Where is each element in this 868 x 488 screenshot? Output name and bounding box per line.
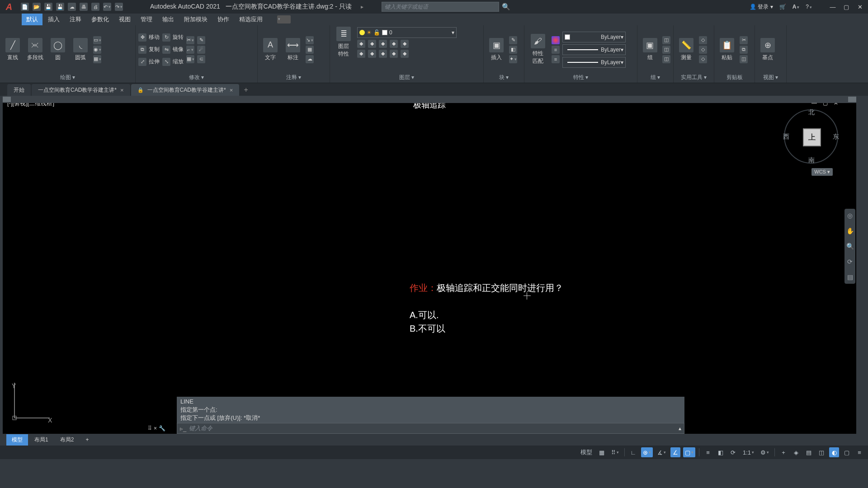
- status-transp-icon[interactable]: ◧: [716, 447, 726, 457]
- trim-icon[interactable]: ✂: [186, 36, 194, 44]
- cmd-close-icon[interactable]: ×: [154, 425, 157, 432]
- status-clean-icon[interactable]: ▢: [842, 447, 852, 457]
- color-dropdown[interactable]: ByLayer ▾: [562, 32, 626, 42]
- undo-icon[interactable]: ↶: [103, 3, 111, 11]
- hatch-icon[interactable]: ▦: [93, 55, 101, 63]
- cut-icon[interactable]: ✂: [740, 36, 748, 44]
- status-model[interactable]: 模型: [579, 447, 594, 457]
- minimize-button[interactable]: —: [827, 3, 838, 11]
- nav-showmotion-icon[interactable]: ▤: [846, 273, 854, 281]
- linetype-dropdown[interactable]: ByLayer ▾: [562, 57, 626, 68]
- layer-prop-button[interactable]: ≣图层 特性: [333, 27, 354, 58]
- ungroup-icon[interactable]: ◫: [662, 36, 670, 44]
- cloud-icon[interactable]: ☁: [306, 55, 314, 63]
- status-qp-icon[interactable]: ▤: [804, 447, 814, 457]
- cmd-handle[interactable]: ⠿×🔧: [148, 423, 165, 434]
- group-edit-icon[interactable]: ◫: [662, 46, 670, 54]
- cmd-expand-icon[interactable]: ▴: [676, 425, 684, 432]
- util-3-icon[interactable]: ◇: [699, 55, 707, 63]
- menu-annotate[interactable]: 注释: [65, 14, 86, 25]
- dim-button[interactable]: ⟷标注: [283, 38, 303, 61]
- base-button[interactable]: ⊕基点: [758, 38, 778, 61]
- menu-collab[interactable]: 协作: [213, 14, 234, 25]
- saveas-icon[interactable]: 💾: [56, 3, 64, 11]
- copy-clip-icon[interactable]: ⧉: [740, 46, 748, 54]
- block-create-icon[interactable]: ✦: [509, 55, 517, 63]
- block-attr-icon[interactable]: ◧: [509, 46, 517, 54]
- status-hw-icon[interactable]: ◐: [829, 447, 839, 457]
- nav-zoom-icon[interactable]: 🔍: [846, 242, 854, 250]
- paste-button[interactable]: 📋粘贴: [717, 38, 737, 61]
- insert-button[interactable]: ▣插入: [486, 38, 506, 61]
- web-save-icon[interactable]: ☁: [68, 3, 76, 11]
- rectangle-icon[interactable]: ▭: [93, 36, 101, 44]
- erase-icon[interactable]: ✎: [197, 36, 205, 44]
- fillet-icon[interactable]: ⌐: [186, 46, 194, 54]
- save-icon[interactable]: 💾: [44, 3, 52, 11]
- panel-prop-title[interactable]: 特性 ▾: [527, 72, 634, 83]
- leader-icon[interactable]: ↘: [306, 36, 314, 44]
- stretch-button[interactable]: ⤢拉伸: [138, 56, 160, 67]
- tab-doc2[interactable]: 🔒一点空间教育CAD教学谷建主讲*×: [131, 84, 240, 96]
- panel-block-title[interactable]: 块 ▾: [486, 72, 521, 83]
- menu-default[interactable]: 默认: [22, 14, 42, 25]
- title-expand-icon[interactable]: ▸: [361, 4, 363, 10]
- print-icon[interactable]: 🖨: [91, 3, 99, 11]
- mirror-button[interactable]: ⇋镜像: [162, 44, 184, 55]
- layer-tool-6[interactable]: ◆: [357, 50, 365, 58]
- scroll-right[interactable]: [848, 97, 856, 102]
- tab-close-2[interactable]: ×: [230, 87, 233, 94]
- command-input-row[interactable]: ▹_ 键入命令 ▴: [177, 423, 684, 434]
- lw-icon[interactable]: ≡: [552, 46, 560, 54]
- layer-tool-9[interactable]: ◆: [390, 50, 398, 58]
- open-icon[interactable]: 📂: [33, 3, 41, 11]
- table-icon[interactable]: ▦: [306, 46, 314, 54]
- layout-add[interactable]: +: [80, 435, 94, 445]
- wcs-tag[interactable]: WCS ▾: [811, 168, 833, 176]
- util-2-icon[interactable]: ◇: [699, 46, 707, 54]
- measure-button[interactable]: 📏测量: [676, 38, 696, 61]
- panel-annotate-title[interactable]: 注释 ▾: [260, 72, 327, 83]
- layer-tool-4[interactable]: ◆: [390, 40, 398, 48]
- util-1-icon[interactable]: ◇: [699, 36, 707, 44]
- redo-icon[interactable]: ↷: [115, 3, 123, 11]
- status-grid-icon[interactable]: ▦: [597, 447, 607, 457]
- status-cycle-icon[interactable]: ⟳: [728, 447, 738, 457]
- layout-1[interactable]: 布局1: [29, 434, 54, 446]
- viewcube-top[interactable]: 上: [803, 128, 821, 146]
- drawing-canvas[interactable]: [-][俯视][二维线框] 极轴追踪 作业：极轴追踪和正交能同时进行用？ A.可…: [3, 96, 856, 434]
- menu-output[interactable]: 输出: [158, 14, 179, 25]
- match-prop-button[interactable]: 🖌特性 匹配: [527, 34, 549, 65]
- menu-featured[interactable]: 精选应用: [235, 14, 267, 25]
- maximize-button[interactable]: ▢: [841, 3, 852, 11]
- panel-util-title[interactable]: 实用工具 ▾: [676, 72, 711, 83]
- nav-pan-icon[interactable]: ✋: [846, 227, 854, 235]
- copy-button[interactable]: ⧉复制: [138, 44, 160, 55]
- scale-button[interactable]: ⤡缩放: [162, 56, 184, 67]
- layer-tool-10[interactable]: ◆: [401, 50, 409, 58]
- lineweight-dropdown[interactable]: ByLayer ▾: [562, 44, 626, 55]
- panel-group-title[interactable]: 组 ▾: [640, 72, 670, 83]
- status-scale[interactable]: 1:1: [741, 447, 756, 457]
- menu-addins[interactable]: 附加模块: [179, 14, 212, 25]
- search-icon[interactable]: 🔍: [502, 3, 510, 11]
- new-icon[interactable]: 📄: [21, 3, 29, 11]
- help-icon[interactable]: ?: [806, 4, 812, 10]
- line-button[interactable]: ╱直线: [3, 38, 23, 61]
- status-plus-icon[interactable]: +: [778, 447, 788, 457]
- paste-spec-icon[interactable]: ◫: [740, 55, 748, 63]
- menu-manage[interactable]: 管理: [136, 14, 157, 25]
- vc-south[interactable]: 南: [808, 156, 815, 164]
- status-ortho-icon[interactable]: ∟: [628, 447, 638, 457]
- nav-orbit-icon[interactable]: ⟳: [846, 258, 854, 266]
- panel-layer-title[interactable]: 图层 ▾: [333, 72, 481, 83]
- group-sel-icon[interactable]: ◫: [662, 55, 670, 63]
- viewcube-ring[interactable]: 上 北 南 东 西: [784, 109, 838, 164]
- lt-icon[interactable]: ≡: [552, 55, 560, 63]
- tab-doc1[interactable]: 一点空间教育CAD教学谷建主讲*×: [32, 84, 130, 96]
- vc-east[interactable]: 东: [833, 133, 839, 141]
- status-osnap-icon[interactable]: ▢: [683, 447, 695, 457]
- text-button[interactable]: A文字: [260, 38, 280, 61]
- ellipse-icon[interactable]: ◉: [93, 46, 101, 54]
- app-logo[interactable]: A: [3, 0, 15, 13]
